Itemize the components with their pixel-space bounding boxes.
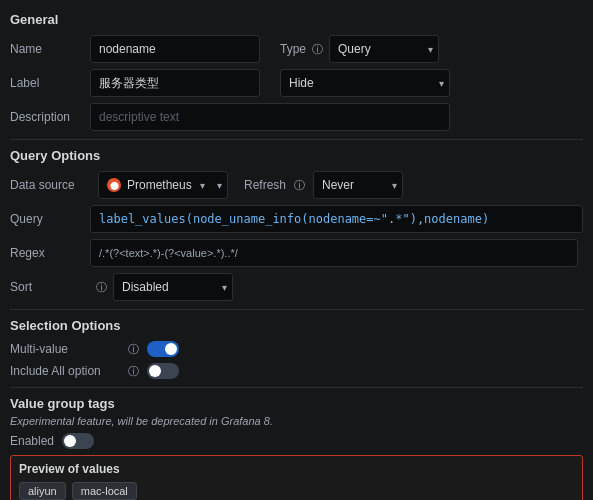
name-type-row: Name Type ⓘ Query [10,35,583,63]
query-input[interactable] [90,205,583,233]
datasource-name: Prometheus [127,178,192,192]
selection-options-section: Selection Options Multi-value ⓘ Include … [10,318,583,379]
never-select-wrapper: Never [313,171,403,199]
preview-section: Preview of values aliyun mac-local [10,455,583,500]
type-select[interactable]: Query [329,35,439,63]
label-label: Label [10,76,90,90]
value-group-tags-section: Value group tags Experimental feature, w… [10,396,583,449]
value-group-title: Value group tags [10,396,583,411]
include-all-knob [149,365,161,377]
refresh-select[interactable]: Never [313,171,403,199]
sort-row: Sort ⓘ Disabled [10,273,583,301]
include-all-label: Include All option [10,364,120,378]
datasource-select-wrapper: ⬤ Prometheus ▾ [98,171,228,199]
multi-value-knob [165,343,177,355]
general-section: General Name Type ⓘ Query Label [10,12,583,131]
sort-select-wrapper: Disabled [113,273,233,301]
multi-value-row: Multi-value ⓘ [10,341,583,357]
regex-row: Regex [10,239,583,267]
sort-info-icon[interactable]: ⓘ [96,280,107,295]
query-options-section: Query Options Data source ⬤ Prometheus ▾… [10,148,583,301]
hide-select-wrapper: Hide [280,69,450,97]
regex-label: Regex [10,246,90,260]
datasource-chevron: ▾ [200,180,205,191]
enabled-toggle[interactable] [62,433,94,449]
datasource-row: Data source ⬤ Prometheus ▾ Refresh ⓘ Nev… [10,171,583,199]
multi-value-toggle[interactable] [147,341,179,357]
query-label: Query [10,212,90,226]
experimental-text: Experimental feature, will be deprecated… [10,415,583,427]
sort-select[interactable]: Disabled [113,273,233,301]
general-title: General [10,12,583,27]
name-label: Name [10,42,90,56]
preview-tags: aliyun mac-local [19,482,574,500]
multi-value-label: Multi-value [10,342,120,356]
refresh-label: Refresh [244,178,286,192]
type-select-wrapper: Query [329,35,439,63]
description-row: Description [10,103,583,131]
hide-select[interactable]: Hide [280,69,450,97]
sort-label: Sort [10,280,90,294]
datasource-button[interactable]: ⬤ Prometheus ▾ [98,171,228,199]
preview-tag-aliyun: aliyun [19,482,66,500]
include-all-info-icon[interactable]: ⓘ [128,364,139,379]
query-row: Query [10,205,583,233]
enabled-knob [64,435,76,447]
regex-input[interactable] [90,239,578,267]
prometheus-icon: ⬤ [107,178,121,192]
multi-value-info-icon[interactable]: ⓘ [128,342,139,357]
enabled-row: Enabled [10,433,583,449]
description-input[interactable] [90,103,450,131]
query-options-title: Query Options [10,148,583,163]
type-info-icon[interactable]: ⓘ [312,42,323,57]
preview-tag-mac-local: mac-local [72,482,137,500]
description-label: Description [10,110,90,124]
type-label: Type [280,42,306,56]
refresh-info-icon[interactable]: ⓘ [294,178,305,193]
datasource-label: Data source [10,178,90,192]
enabled-label: Enabled [10,434,54,448]
selection-options-title: Selection Options [10,318,583,333]
label-input[interactable] [90,69,260,97]
include-all-toggle[interactable] [147,363,179,379]
type-section: Type ⓘ Query [280,35,439,63]
include-all-row: Include All option ⓘ [10,363,583,379]
label-hide-row: Label Hide [10,69,583,97]
preview-title: Preview of values [19,462,574,476]
name-input[interactable] [90,35,260,63]
